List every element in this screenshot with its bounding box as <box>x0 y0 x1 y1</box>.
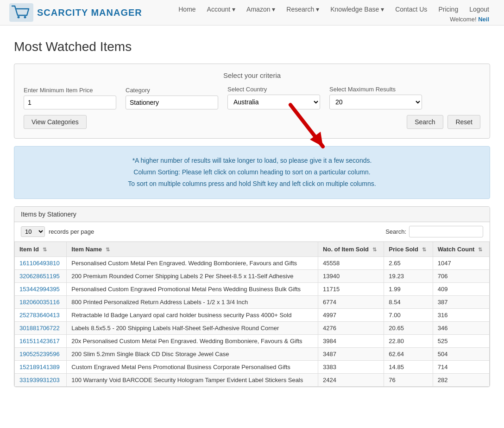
item-id-link[interactable]: 320628651195 <box>19 273 60 280</box>
nav-contact[interactable]: Contact Us <box>390 3 433 16</box>
cell-price-sold: 76 <box>384 373 433 386</box>
reset-button[interactable]: Reset <box>447 115 480 129</box>
item-id-link[interactable]: 161511423617 <box>19 338 60 345</box>
nav-links-row: Home Account ▾ Amazon ▾ Research ▾ Knowl… <box>173 3 495 16</box>
cell-item-name: Personalised Custom Engraved Promotional… <box>67 282 318 295</box>
col-price-sold[interactable]: Price Sold ⇅ <box>384 242 433 256</box>
col-item-id[interactable]: Item Id ⇅ <box>15 242 67 256</box>
table-search-label: Search: <box>385 228 406 235</box>
cell-watch-count: 504 <box>433 347 489 360</box>
item-id-link[interactable]: 252783640413 <box>19 312 60 319</box>
view-categories-button[interactable]: View Categories <box>24 115 87 129</box>
cell-price-sold: 20.65 <box>384 321 433 334</box>
cell-items-sold: 3487 <box>318 347 384 360</box>
cell-item-name: 800 Printed Personalized Return Address … <box>67 295 318 308</box>
cell-items-sold: 45558 <box>318 256 384 269</box>
nav-research[interactable]: Research ▾ <box>281 3 325 16</box>
min-price-input[interactable] <box>24 96 116 109</box>
records-per-page-select[interactable]: 10 25 50 100 <box>21 226 45 237</box>
cell-watch-count: 387 <box>433 295 489 308</box>
table-header-bar: Items by Stationery <box>14 207 490 222</box>
cell-price-sold: 2.65 <box>384 256 433 269</box>
sort-icon-price-sold: ⇅ <box>422 247 426 253</box>
nav-logout[interactable]: Logout <box>464 3 495 16</box>
info-line-3: To sort on multiple columns press and ho… <box>24 178 480 190</box>
cell-price-sold: 1.99 <box>384 282 433 295</box>
cell-watch-count: 525 <box>433 334 489 347</box>
cell-price-sold: 7.00 <box>384 308 433 321</box>
cell-price-sold: 14.85 <box>384 360 433 373</box>
sort-icon-watch-count: ⇅ <box>478 247 482 253</box>
brand-name: SCARCITY MANAGER <box>37 7 142 18</box>
cell-item-name: Custom Engraved Metal Pens Promotional B… <box>67 360 318 373</box>
cell-watch-count: 409 <box>433 282 489 295</box>
nav-right: Home Account ▾ Amazon ▾ Research ▾ Knowl… <box>173 3 495 23</box>
table-row: 152189141389 Custom Engraved Metal Pens … <box>15 360 490 373</box>
table-section: Items by Stationery 10 25 50 100 records… <box>14 206 490 387</box>
criteria-box: Select your criteria Enter Minimum Item … <box>14 64 490 139</box>
col-watch-count[interactable]: Watch Count ⇅ <box>433 242 489 256</box>
table-header-row: Item Id ⇅ Item Name ⇅ No. of Item Sold ⇅… <box>15 242 490 256</box>
username: Neil <box>478 16 489 23</box>
item-id-link[interactable]: 152189141389 <box>19 364 60 371</box>
cell-watch-count: 714 <box>433 360 489 373</box>
table-row: 320628651195 200 Premium Rounded Corner … <box>15 269 490 282</box>
cell-item-id: 152189141389 <box>15 360 67 373</box>
cell-watch-count: 1047 <box>433 256 489 269</box>
cell-price-sold: 19.23 <box>384 269 433 282</box>
navbar: SCARCITY MANAGER Home Account ▾ Amazon ▾… <box>0 0 504 26</box>
min-price-label: Enter Minimum Item Price <box>24 87 116 94</box>
table-row: 182060035116 800 Printed Personalized Re… <box>15 295 490 308</box>
item-id-link[interactable]: 331939931203 <box>19 377 60 383</box>
info-line-2: Column Sorting: Please left click on col… <box>24 166 480 178</box>
table-thead: Item Id ⇅ Item Name ⇅ No. of Item Sold ⇅… <box>15 242 490 256</box>
nav-amazon[interactable]: Amazon ▾ <box>241 3 281 16</box>
table-row: 153442994395 Personalised Custom Engrave… <box>15 282 490 295</box>
col-item-name[interactable]: Item Name ⇅ <box>67 242 318 256</box>
item-id-link[interactable]: 301881706722 <box>19 325 60 332</box>
cell-watch-count: 706 <box>433 269 489 282</box>
item-id-link[interactable]: 153442994395 <box>19 286 60 293</box>
criteria-buttons: View Categories Search Reset <box>24 115 480 129</box>
sort-icon-item-id: ⇅ <box>43 247 47 253</box>
cell-item-name: 100 Warranty Void BARCODE Security Holog… <box>67 373 318 386</box>
nav-home[interactable]: Home <box>173 3 201 16</box>
cell-items-sold: 3383 <box>318 360 384 373</box>
item-id-link[interactable]: 182060035116 <box>19 299 60 306</box>
cell-item-id: 153442994395 <box>15 282 67 295</box>
table-row: 190525239596 200 Slim 5.2mm Single Black… <box>15 347 490 360</box>
cell-item-name: 200 Premium Rounded Corner Shipping Labe… <box>67 269 318 282</box>
cell-item-name: Personalised Custom Metal Pen Engraved. … <box>67 256 318 269</box>
cell-items-sold: 13940 <box>318 269 384 282</box>
cell-items-sold: 2424 <box>318 373 384 386</box>
cell-item-id: 182060035116 <box>15 295 67 308</box>
cell-items-sold: 3984 <box>318 334 384 347</box>
data-table: Item Id ⇅ Item Name ⇅ No. of Item Sold ⇅… <box>14 242 490 387</box>
max-results-select[interactable]: 10 20 50 100 <box>329 95 422 109</box>
country-field: Select Country Australia United States U… <box>227 86 320 109</box>
nav-knowledge-base[interactable]: Knowledge Base ▾ <box>325 3 390 16</box>
max-results-label: Select Maximum Results <box>329 86 422 93</box>
country-select[interactable]: Australia United States United Kingdom C… <box>227 95 320 109</box>
category-input[interactable] <box>126 96 218 109</box>
cell-item-name: Labels 8.5x5.5 - 200 Shipping Labels Hal… <box>67 321 318 334</box>
cell-watch-count: 316 <box>433 308 489 321</box>
cell-watch-count: 282 <box>433 373 489 386</box>
cell-item-name: 20x Personalised Custom Metal Pen Engrav… <box>67 334 318 347</box>
col-items-sold[interactable]: No. of Item Sold ⇅ <box>318 242 384 256</box>
cell-items-sold: 6774 <box>318 295 384 308</box>
nav-pricing[interactable]: Pricing <box>433 3 464 16</box>
sort-icon-items-sold: ⇅ <box>372 247 377 253</box>
table-row: 252783640413 Retractable Id Badge Lanyar… <box>15 308 490 321</box>
brand-logo[interactable]: SCARCITY MANAGER <box>9 3 142 22</box>
criteria-fields-row: Enter Minimum Item Price Category Select… <box>24 86 480 109</box>
cell-watch-count: 346 <box>433 321 489 334</box>
item-id-link[interactable]: 190525239596 <box>19 351 60 358</box>
table-search-input[interactable] <box>409 226 483 237</box>
table-tbody: 161106493810 Personalised Custom Metal P… <box>15 256 490 386</box>
nav-account[interactable]: Account ▾ <box>202 3 241 16</box>
search-button[interactable]: Search <box>407 115 443 129</box>
cell-item-id: 331939931203 <box>15 373 67 386</box>
category-label: Category <box>126 87 218 94</box>
item-id-link[interactable]: 161106493810 <box>19 260 60 267</box>
